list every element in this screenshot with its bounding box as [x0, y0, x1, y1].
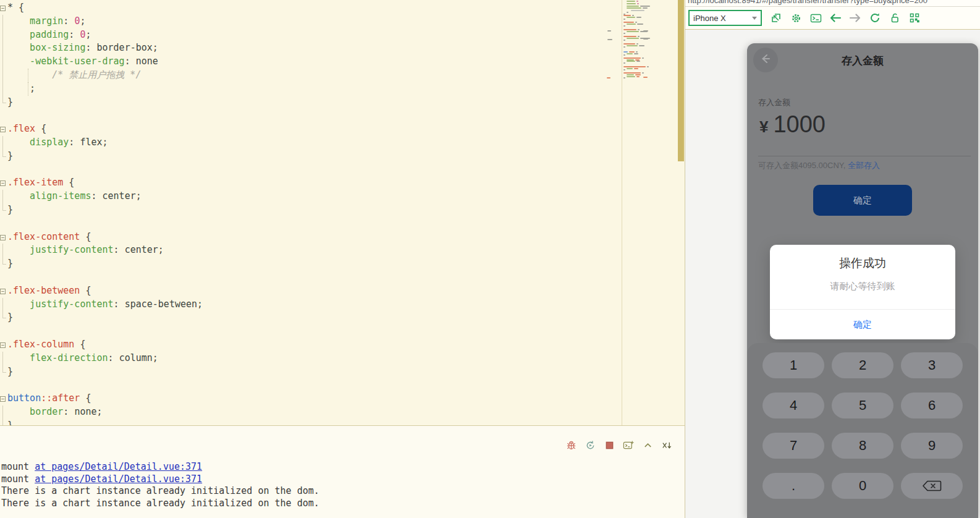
stop-icon[interactable] — [604, 439, 615, 451]
url-text: http://localhost:8941/#/pages/transfer/t… — [688, 0, 927, 5]
emulator-viewport: 存入金额 存入金额 ¥ 1000 可存入金额4095.00CNY, 全部存入 确… — [685, 30, 980, 518]
fold-icon[interactable]: − — [0, 396, 6, 402]
input-underline — [758, 156, 971, 156]
code-line — [0, 217, 685, 231]
code-line: padding: 0; — [0, 28, 685, 42]
stack-trace-link[interactable]: at pages/Detail/Detail.vue:371 — [35, 461, 202, 472]
code-line: display: flex; — [0, 136, 685, 150]
collapse-icon[interactable] — [642, 439, 653, 451]
code-line: −.flex-item { — [0, 176, 685, 190]
scale-icon[interactable] — [770, 12, 782, 24]
amount-value: 1000 — [773, 111, 826, 138]
fold-icon[interactable]: − — [0, 127, 6, 132]
console-line: mount at pages/Detail/Detail.vue:371 — [1, 473, 319, 486]
qrcode-icon[interactable] — [908, 12, 921, 24]
code-line — [0, 163, 685, 177]
key-7[interactable]: 7 — [762, 433, 824, 459]
terminal-icon[interactable] — [809, 12, 822, 24]
code-line: } — [0, 311, 685, 325]
page-title: 存入金额 — [747, 54, 978, 68]
key-4[interactable]: 4 — [762, 393, 824, 418]
success-dialog: 操作成功 请耐心等待到账 确定 — [770, 245, 955, 339]
dialog-ok-button[interactable]: 确定 — [770, 310, 955, 339]
dialog-message: 请耐心等待到账 — [770, 281, 955, 292]
confirm-button[interactable]: 确定 — [813, 185, 912, 216]
code-line: flex-direction: column; — [0, 352, 685, 365]
code-line — [0, 109, 685, 122]
fold-icon[interactable]: − — [0, 6, 6, 11]
fold-icon[interactable]: − — [0, 235, 6, 240]
code-area[interactable]: −* { margin: 0; padding: 0; box-sizing: … — [0, 1, 685, 425]
editor-scrollbar[interactable] — [678, 0, 684, 161]
emulator-pane: http://localhost:8941/#/pages/transfer/t… — [685, 0, 980, 518]
code-line: −.flex-content { — [0, 231, 685, 244]
code-line — [0, 325, 685, 338]
debug-icon[interactable] — [565, 439, 577, 451]
balance-text: 可存入金额4095.00CNY, — [758, 161, 845, 170]
key-.[interactable]: . — [762, 473, 824, 499]
key-2[interactable]: 2 — [832, 352, 893, 378]
code-line: -webkit-user-drag: none — [0, 55, 685, 69]
amount-input[interactable]: ¥ 1000 — [759, 111, 826, 138]
fold-icon[interactable]: − — [0, 180, 6, 186]
phone-screen: 存入金额 存入金额 ¥ 1000 可存入金额4095.00CNY, 全部存入 确… — [747, 43, 978, 518]
forward-icon — [849, 12, 861, 24]
key-1[interactable]: 1 — [762, 352, 824, 378]
deposit-all-link[interactable]: 全部存入 — [848, 161, 880, 170]
key-9[interactable]: 9 — [901, 433, 963, 459]
console-line: mount at pages/Detail/Detail.vue:371 — [1, 461, 319, 473]
code-line — [0, 271, 685, 284]
code-line: justify-content: space-between; — [0, 298, 685, 312]
console-line: There is a chart instance already initia… — [1, 498, 319, 510]
code-line: } — [0, 365, 685, 379]
code-line: /* 禁止用户拖拽 */ — [0, 69, 685, 82]
code-line: } — [0, 203, 685, 217]
device-select[interactable]: iPhone X — [688, 10, 762, 26]
stack-trace-link[interactable]: at pages/Detail/Detail.vue:371 — [35, 473, 202, 485]
code-line: −.flex { — [0, 122, 685, 136]
code-line: } — [0, 419, 685, 425]
device-select-value: iPhone X — [693, 14, 752, 23]
code-line: align-items: center; — [0, 190, 685, 203]
emulator-toolbar: iPhone X — [685, 7, 980, 30]
settings-icon[interactable] — [790, 12, 802, 24]
balance-hint: 可存入金额4095.00CNY, 全部存入 — [758, 160, 880, 171]
emulator-toolbar-icons — [770, 12, 921, 24]
dialog-title: 操作成功 — [770, 245, 955, 271]
key-8[interactable]: 8 — [832, 433, 893, 459]
code-line: ; — [0, 82, 685, 96]
ide-left-pane: −* { margin: 0; padding: 0; box-sizing: … — [0, 0, 685, 518]
chevron-down-icon — [752, 17, 757, 20]
console-line: There is a chart instance already initia… — [1, 485, 319, 498]
code-line: } — [0, 150, 685, 163]
code-line: −.flex-between { — [0, 284, 685, 298]
key-0[interactable]: 0 — [832, 473, 893, 499]
console-output: mount at pages/Detail/Detail.vue:371moun… — [1, 461, 319, 509]
back-icon[interactable] — [829, 12, 842, 24]
code-line: margin: 0; — [0, 15, 685, 28]
key-3[interactable]: 3 — [901, 352, 963, 378]
key-6[interactable]: 6 — [901, 393, 963, 418]
amount-label: 存入金额 — [758, 97, 790, 108]
fold-icon[interactable]: − — [0, 342, 6, 348]
key-5[interactable]: 5 — [832, 393, 893, 418]
code-line: justify-content: center; — [0, 244, 685, 257]
console-toolbar — [565, 439, 672, 451]
minimap-separator — [622, 0, 622, 425]
new-terminal-icon[interactable] — [623, 439, 634, 451]
numeric-keypad: 123456789.0 — [747, 343, 978, 518]
refresh-icon[interactable] — [869, 12, 881, 24]
currency-symbol: ¥ — [759, 117, 768, 137]
code-line: box-sizing: border-box; — [0, 41, 685, 55]
code-line: −button::after { — [0, 392, 685, 405]
code-line: border: none; — [0, 405, 685, 419]
fold-icon[interactable]: − — [0, 289, 6, 294]
code-line: } — [0, 96, 685, 109]
code-editor[interactable]: −* { margin: 0; padding: 0; box-sizing: … — [0, 0, 685, 425]
key-backspace[interactable] — [901, 473, 963, 499]
unlock-icon[interactable] — [889, 12, 901, 24]
url-bar[interactable]: http://localhost:8941/#/pages/transfer/t… — [685, 0, 980, 7]
code-line — [0, 378, 685, 392]
clear-icon[interactable] — [661, 439, 672, 451]
restart-icon[interactable] — [585, 439, 596, 451]
